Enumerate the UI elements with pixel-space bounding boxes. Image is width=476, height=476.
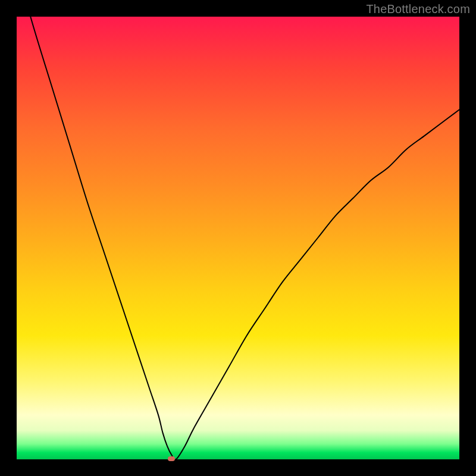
- chart-frame: TheBottleneck.com: [0, 0, 476, 476]
- watermark-text: TheBottleneck.com: [366, 2, 470, 16]
- chart-plot-area: [17, 17, 459, 459]
- bottleneck-curve: [17, 17, 459, 459]
- optimal-point-marker: [168, 456, 175, 461]
